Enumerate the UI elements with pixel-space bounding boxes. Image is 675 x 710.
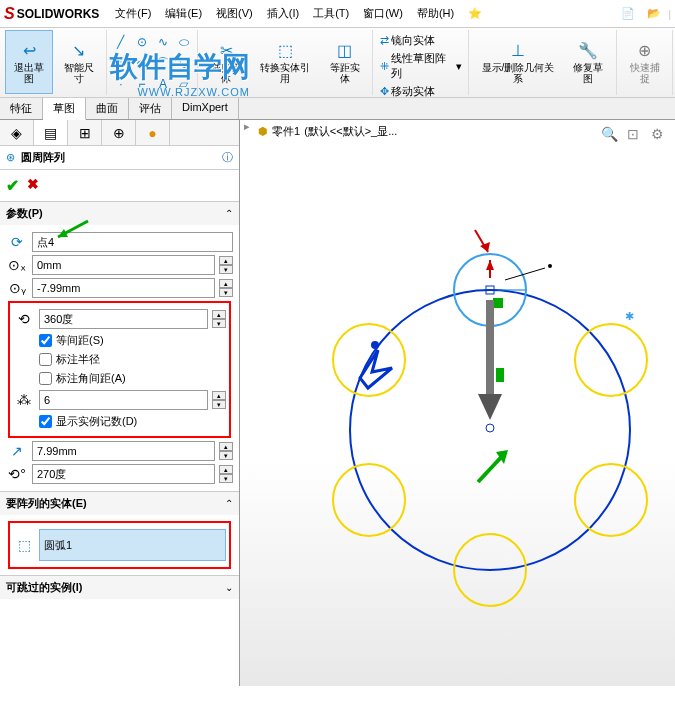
collapse-icon: ⌃ <box>225 208 233 219</box>
entity-icon: ⬚ <box>13 537 35 553</box>
move-button[interactable]: ✥ 移动实体 <box>377 83 465 100</box>
point-icon[interactable]: · <box>111 74 131 94</box>
help-icon[interactable]: ⓘ <box>222 150 233 165</box>
spin-down[interactable]: ▾ <box>219 265 233 274</box>
center-point-input[interactable] <box>32 232 233 252</box>
skip-section-header[interactable]: 可跳过的实例(I) ⌄ <box>0 576 239 599</box>
show-instances-checkbox[interactable] <box>39 415 52 428</box>
trim-icon: ✂ <box>216 40 236 60</box>
trim-button[interactable]: ✂ 裁剪实体 <box>202 30 251 94</box>
tab-sketch[interactable]: 草图 <box>43 98 86 120</box>
graphics-viewport[interactable]: ▸ ⬢ 零件1 (默认<<默认>_显... 🔍 ⊡ ⚙ <box>240 120 675 686</box>
panel-tab-property[interactable]: ▤ <box>34 120 68 145</box>
new-doc-icon[interactable]: 📄 <box>616 2 640 26</box>
mirror-button[interactable]: ⇄ 镜向实体 <box>377 32 465 49</box>
panel-tab-config[interactable]: ⊞ <box>68 120 102 145</box>
exit-sketch-icon: ↩ <box>19 40 39 60</box>
entity-input[interactable] <box>39 529 226 561</box>
menu-help[interactable]: 帮助(H) <box>411 4 460 23</box>
repair-sketch-button[interactable]: 🔧 修复草图 <box>564 30 613 94</box>
offset-icon: ◫ <box>335 40 355 60</box>
smart-dimension-button[interactable]: ↘ 智能尺寸 <box>54 30 102 94</box>
radius-input[interactable] <box>32 441 215 461</box>
convert-button[interactable]: ⬚ 转换实体引用 <box>251 30 319 94</box>
svg-point-15 <box>486 424 494 432</box>
svg-point-11 <box>548 264 552 268</box>
menu-view[interactable]: 视图(V) <box>210 4 259 23</box>
panel-title: 圆周阵列 <box>21 150 222 165</box>
panel-tabs: ◈ ▤ ⊞ ⊕ ● <box>0 120 239 146</box>
repair-icon: 🔧 <box>578 40 598 60</box>
solidworks-icon: S <box>4 5 15 23</box>
svg-rect-13 <box>496 368 504 382</box>
menu-insert[interactable]: 插入(I) <box>261 4 305 23</box>
offset-button[interactable]: ◫ 等距实体 <box>320 30 369 94</box>
sketch-tools-grid: ╱ ⊙ ∿ ⬭ ▭ ⬬ ⌒ ⬡ · ⌐ A ▱ <box>111 30 194 94</box>
arc-icon[interactable]: ⌒ <box>153 53 173 73</box>
open-icon[interactable]: 📂 <box>642 2 666 26</box>
circular-pattern-icon: ⊛ <box>6 151 15 164</box>
mirror-icon: ⇄ <box>380 34 389 47</box>
svg-text:✱: ✱ <box>625 310 634 322</box>
property-panel: ◈ ▤ ⊞ ⊕ ● ⊛ 圆周阵列 ⓘ ✔ ✖ 参数(P) ⌃ <box>0 120 240 686</box>
move-icon: ✥ <box>380 85 389 98</box>
relations-icon: ⊥ <box>508 40 528 60</box>
ellipse-icon[interactable]: ⬭ <box>174 32 194 52</box>
line-icon[interactable]: ╱ <box>111 32 131 52</box>
start-angle-input[interactable] <box>32 464 215 484</box>
center-point-icon: ⟳ <box>6 234 28 250</box>
offset-y-input[interactable] <box>32 278 215 298</box>
panel-tab-feature-tree[interactable]: ◈ <box>0 120 34 145</box>
params-section-header[interactable]: 参数(P) ⌃ <box>0 202 239 225</box>
cancel-button[interactable]: ✖ <box>27 176 39 195</box>
tab-evaluate[interactable]: 评估 <box>129 98 172 119</box>
command-tabs: 特征 草图 曲面 评估 DimXpert <box>0 98 675 120</box>
panel-tab-appearance[interactable]: ● <box>136 120 170 145</box>
dim-radius-checkbox[interactable] <box>39 353 52 366</box>
tab-surface[interactable]: 曲面 <box>86 98 129 119</box>
rect-icon[interactable]: ▭ <box>111 53 131 73</box>
spin-up[interactable]: ▴ <box>219 256 233 265</box>
angle-input[interactable] <box>39 309 208 329</box>
convert-icon: ⬚ <box>275 40 295 60</box>
linear-pattern-button[interactable]: ⁜ 线性草图阵列 ▾ <box>377 50 465 82</box>
instances-input[interactable] <box>39 390 208 410</box>
offset-y-icon: ⊙ᵧ <box>6 280 28 296</box>
fillet-icon[interactable]: ⌐ <box>132 74 152 94</box>
snap-icon: ⊕ <box>635 40 655 60</box>
dropdown-icon: ▾ <box>456 60 462 73</box>
highlight-box-2: ⬚ <box>8 521 231 569</box>
dimension-icon: ↘ <box>69 40 89 60</box>
menu-window[interactable]: 窗口(W) <box>357 4 409 23</box>
svg-rect-12 <box>493 298 503 308</box>
circle-icon[interactable]: ⊙ <box>132 32 152 52</box>
angle-icon: ⟲ <box>13 311 35 327</box>
dim-angle-checkbox[interactable] <box>39 372 52 385</box>
app-logo: S SOLIDWORKS <box>4 5 99 23</box>
exit-sketch-button[interactable]: ↩ 退出草图 <box>5 30 53 94</box>
equal-spacing-checkbox[interactable] <box>39 334 52 347</box>
app-name: SOLIDWORKS <box>17 7 100 21</box>
spline-icon[interactable]: ∿ <box>153 32 173 52</box>
highlight-box-1: ⟲ ▴▾ 等间距(S) 标注半径 标注角间距(A) ⁂ ▴▾ 显示实例记数(D) <box>8 301 231 438</box>
slot-icon[interactable]: ⬬ <box>132 53 152 73</box>
ribbon-toolbar: ↩ 退出草图 ↘ 智能尺寸 ╱ ⊙ ∿ ⬭ ▭ ⬬ ⌒ ⬡ · ⌐ A ▱ ✂ … <box>0 28 675 98</box>
menu-file[interactable]: 文件(F) <box>109 4 157 23</box>
pattern-icon: ⁜ <box>380 60 389 73</box>
text-icon[interactable]: A <box>153 74 173 94</box>
instances-icon: ⁂ <box>13 392 35 408</box>
panel-tab-display[interactable]: ⊕ <box>102 120 136 145</box>
start-angle-icon: ⟲° <box>6 466 28 482</box>
entities-section-header[interactable]: 要阵列的实体(E) ⌃ <box>0 492 239 515</box>
offset-x-input[interactable] <box>32 255 215 275</box>
display-relations-button[interactable]: ⊥ 显示/删除几何关系 <box>473 30 563 94</box>
menu-edit[interactable]: 编辑(E) <box>159 4 208 23</box>
ok-button[interactable]: ✔ <box>6 176 19 195</box>
menu-tools[interactable]: 工具(T) <box>307 4 355 23</box>
menu-search-icon[interactable]: ⭐ <box>462 5 488 22</box>
plane-icon[interactable]: ▱ <box>174 74 194 94</box>
polygon-icon[interactable]: ⬡ <box>174 53 194 73</box>
quick-snap-button: ⊕ 快速捕捉 <box>621 30 670 94</box>
tab-dimxpert[interactable]: DimXpert <box>172 98 239 119</box>
tab-feature[interactable]: 特征 <box>0 98 43 119</box>
